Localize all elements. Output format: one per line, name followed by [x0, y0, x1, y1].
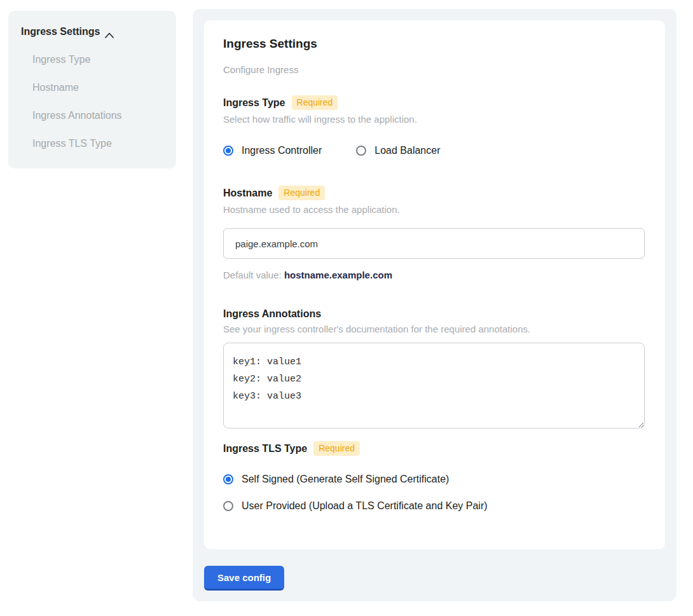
radio-button-icon	[356, 146, 366, 156]
page-title: Ingress Settings	[223, 37, 646, 51]
radio-user-provided[interactable]: User Provided (Upload a TLS Certificate …	[223, 500, 646, 512]
ingress-type-description: Select how traffic will ingress to the a…	[223, 114, 646, 125]
ingress-annotations-description: See your ingress controller's documentat…	[223, 324, 646, 334]
required-badge: Required	[278, 186, 325, 200]
radio-button-icon	[223, 474, 233, 484]
field-ingress-tls-type: Ingress TLS Type Required Self Signed (G…	[223, 441, 646, 512]
radio-ingress-controller-label: Ingress Controller	[242, 145, 322, 156]
radio-button-icon	[223, 501, 233, 511]
field-ingress-annotations: Ingress Annotations See your ingress con…	[223, 308, 646, 428]
field-ingress-type: Ingress Type Required Select how traffic…	[223, 95, 646, 156]
radio-button-icon	[223, 146, 233, 156]
sidebar-section-title: Ingress Settings	[21, 26, 100, 38]
ingress-annotations-textarea[interactable]: key1: value1 key2: value2 key3: value3	[223, 343, 645, 428]
sidebar-item-ingress-annotations[interactable]: Ingress Annotations	[32, 110, 163, 121]
radio-load-balancer-label: Load Balancer	[374, 145, 440, 156]
settings-sidebar: Ingress Settings Ingress Type Hostname I…	[8, 11, 176, 168]
sidebar-item-ingress-type[interactable]: Ingress Type	[32, 54, 163, 65]
save-config-button[interactable]: Save config	[204, 566, 284, 591]
settings-panel: Ingress Settings Configure Ingress Ingre…	[193, 9, 676, 601]
ingress-tls-type-label: Ingress TLS Type	[223, 443, 307, 455]
ingress-annotations-label: Ingress Annotations	[223, 308, 321, 320]
sidebar-item-hostname[interactable]: Hostname	[32, 82, 163, 93]
hostname-default-line: Default value: hostname.example.com	[223, 270, 646, 280]
hostname-description: Hostname used to access the application.	[223, 204, 646, 215]
page-subtitle: Configure Ingress	[223, 64, 646, 75]
default-value-text: hostname.example.com	[284, 270, 392, 280]
radio-self-signed-label: Self Signed (Generate Self Signed Certif…	[242, 474, 449, 485]
sidebar-section-header[interactable]: Ingress Settings	[21, 26, 163, 38]
ingress-type-label: Ingress Type	[223, 97, 285, 109]
required-badge: Required	[313, 441, 360, 456]
radio-ingress-controller[interactable]: Ingress Controller	[223, 145, 322, 156]
ingress-settings-card: Ingress Settings Configure Ingress Ingre…	[204, 20, 665, 549]
sidebar-nav: Ingress Type Hostname Ingress Annotation…	[21, 54, 163, 149]
required-badge: Required	[292, 95, 338, 110]
hostname-label: Hostname	[223, 188, 272, 199]
radio-user-provided-label: User Provided (Upload a TLS Certificate …	[242, 500, 488, 512]
default-value-label: Default value:	[223, 270, 282, 280]
hostname-input[interactable]	[223, 228, 645, 259]
chevron-up-icon	[105, 29, 114, 35]
radio-self-signed[interactable]: Self Signed (Generate Self Signed Certif…	[223, 474, 646, 485]
field-hostname: Hostname Required Hostname used to acces…	[223, 186, 646, 280]
radio-load-balancer[interactable]: Load Balancer	[356, 145, 440, 156]
sidebar-item-ingress-tls-type[interactable]: Ingress TLS Type	[32, 138, 163, 149]
